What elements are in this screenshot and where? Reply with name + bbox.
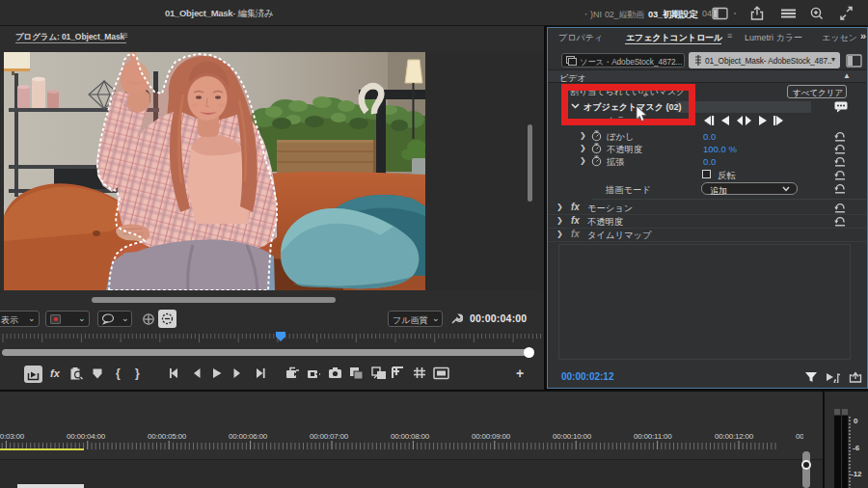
svg-text:-6: -6	[853, 444, 860, 452]
svg-text:-12: -12	[851, 470, 862, 478]
svg-text:0: 0	[854, 417, 858, 425]
